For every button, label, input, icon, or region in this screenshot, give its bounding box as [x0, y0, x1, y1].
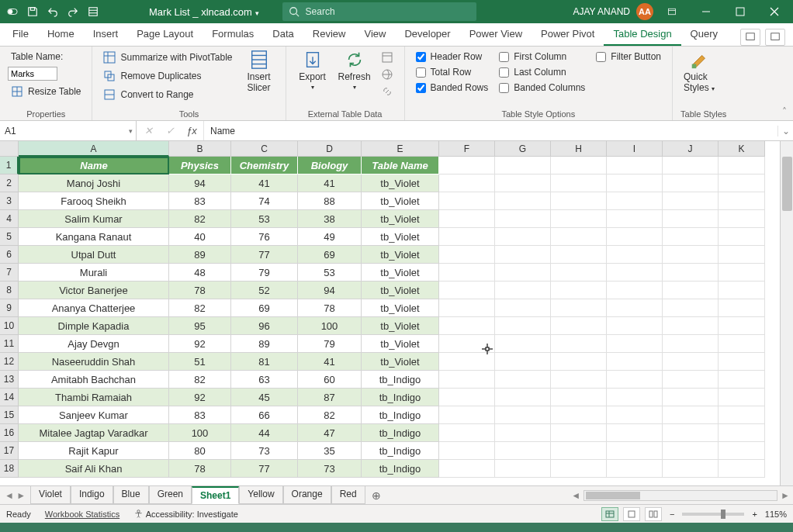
cell[interactable]: Amitabh Bachchan: [19, 371, 169, 389]
cell[interactable]: [719, 460, 765, 478]
cell[interactable]: [719, 353, 765, 371]
sheet-tab-yellow[interactable]: Yellow: [239, 486, 282, 504]
cell[interactable]: 81: [231, 353, 298, 371]
cell[interactable]: 78: [298, 299, 362, 317]
cell[interactable]: 82: [298, 406, 362, 424]
cell[interactable]: [439, 174, 495, 192]
cell[interactable]: 89: [169, 246, 231, 264]
cell[interactable]: [607, 460, 663, 478]
comments-icon[interactable]: [765, 29, 785, 46]
cell[interactable]: [551, 353, 607, 371]
cell[interactable]: 82: [169, 371, 231, 389]
col-header-I[interactable]: I: [607, 141, 663, 157]
cell[interactable]: [719, 228, 765, 246]
cell[interactable]: Dimple Kapadia: [19, 317, 169, 335]
cell[interactable]: [607, 406, 663, 424]
horizontal-scrollbar[interactable]: ◄ ►: [568, 490, 793, 501]
cell[interactable]: [439, 389, 495, 406]
table-name-input[interactable]: [8, 67, 57, 81]
cell[interactable]: 47: [298, 424, 362, 442]
insert-slicer-button[interactable]: InsertSlicer: [241, 50, 278, 93]
cell[interactable]: [439, 192, 495, 210]
cell[interactable]: Rajit Kapur: [19, 442, 169, 460]
cell[interactable]: 79: [298, 335, 362, 353]
cell[interactable]: [719, 442, 765, 460]
convert-to-range-button[interactable]: Convert to Range: [100, 87, 235, 102]
cell[interactable]: [551, 299, 607, 317]
cell[interactable]: [439, 157, 495, 174]
row-header-4[interactable]: 4: [0, 210, 19, 228]
cell[interactable]: [719, 174, 765, 192]
cell[interactable]: [663, 228, 719, 246]
export-button[interactable]: Export▾: [294, 50, 331, 91]
cell[interactable]: [607, 353, 663, 371]
cell[interactable]: [607, 210, 663, 228]
header-row-checkbox[interactable]: Header Row: [413, 50, 492, 64]
tab-developer[interactable]: Developer: [395, 23, 459, 46]
row-header-10[interactable]: 10: [0, 317, 19, 335]
cell[interactable]: [495, 371, 551, 389]
cell[interactable]: 51: [169, 353, 231, 371]
cell[interactable]: Kangana Ranaut: [19, 228, 169, 246]
cell[interactable]: 87: [298, 389, 362, 406]
select-all-corner[interactable]: [0, 141, 19, 157]
cell[interactable]: Thambi Ramaiah: [19, 389, 169, 406]
cell[interactable]: 82: [169, 210, 231, 228]
cell[interactable]: [719, 389, 765, 406]
table-header-cell[interactable]: Physics: [169, 157, 231, 174]
cell[interactable]: [495, 424, 551, 442]
tab-power-pivot[interactable]: Power Pivot: [532, 23, 604, 46]
cell[interactable]: [439, 246, 495, 264]
cell[interactable]: [719, 424, 765, 442]
cell[interactable]: [551, 442, 607, 460]
cell[interactable]: [607, 335, 663, 353]
cell[interactable]: 73: [298, 460, 362, 478]
zoom-out-button[interactable]: −: [667, 510, 677, 519]
user-name[interactable]: AJAY ANAND: [573, 6, 630, 17]
cell[interactable]: [495, 406, 551, 424]
cell[interactable]: [495, 317, 551, 335]
sheet-tab-sheet1[interactable]: Sheet1: [192, 486, 239, 504]
cell[interactable]: Farooq Sheikh: [19, 192, 169, 210]
cell[interactable]: tb_Violet: [362, 228, 439, 246]
undo-icon[interactable]: [43, 2, 62, 21]
cell[interactable]: [663, 192, 719, 210]
cell[interactable]: Saif Ali Khan: [19, 460, 169, 478]
cell[interactable]: 44: [231, 424, 298, 442]
cell[interactable]: tb_Violet: [362, 317, 439, 335]
cell[interactable]: [719, 299, 765, 317]
cell[interactable]: [607, 299, 663, 317]
last-column-checkbox[interactable]: Last Column: [496, 65, 588, 79]
cell[interactable]: [607, 264, 663, 282]
row-header-17[interactable]: 17: [0, 442, 19, 460]
table-header-cell[interactable]: Biology: [298, 157, 362, 174]
cell[interactable]: 96: [231, 317, 298, 335]
cell[interactable]: [663, 406, 719, 424]
formula-expand-icon[interactable]: ⌄: [777, 126, 793, 136]
cell[interactable]: Ajay Devgn: [19, 335, 169, 353]
cell[interactable]: [551, 282, 607, 299]
resize-table-button[interactable]: Resize Table: [8, 84, 84, 99]
cell[interactable]: 94: [169, 174, 231, 192]
cell[interactable]: [495, 299, 551, 317]
cell[interactable]: [439, 371, 495, 389]
cell[interactable]: 38: [298, 210, 362, 228]
cell[interactable]: 66: [231, 406, 298, 424]
maximize-icon[interactable]: [725, 0, 756, 23]
cell[interactable]: [663, 317, 719, 335]
cell[interactable]: [551, 317, 607, 335]
cell[interactable]: 95: [169, 317, 231, 335]
cell[interactable]: [495, 353, 551, 371]
col-header-K[interactable]: K: [719, 141, 765, 157]
cell[interactable]: tb_Indigo: [362, 406, 439, 424]
cell[interactable]: [495, 246, 551, 264]
cell[interactable]: [607, 246, 663, 264]
ribbon-display-icon[interactable]: [656, 0, 687, 23]
cell[interactable]: [719, 371, 765, 389]
cell[interactable]: tb_Violet: [362, 210, 439, 228]
workbook-stats-button[interactable]: Workbook Statistics: [45, 510, 119, 519]
cell[interactable]: [439, 424, 495, 442]
form-icon[interactable]: [84, 2, 102, 21]
cell[interactable]: [719, 210, 765, 228]
tab-view[interactable]: View: [355, 23, 395, 46]
